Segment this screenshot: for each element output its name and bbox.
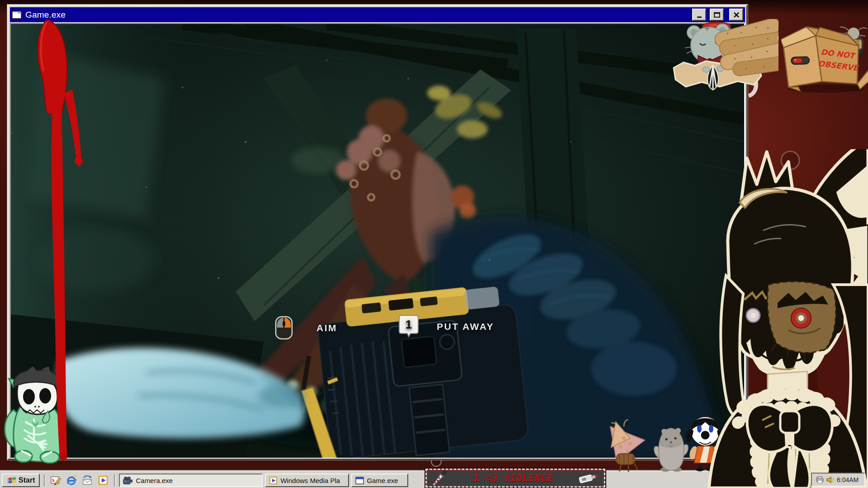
task-button-camera[interactable]: Camera.exe — [119, 474, 263, 487]
do-not-observe-box: DO NOT OBSERVE — [781, 18, 868, 93]
task-label: Windows Media Pla — [280, 477, 340, 484]
system-tray: 6:04AM — [811, 473, 865, 487]
game-window: Game.exe — [7, 5, 748, 460]
window-icon — [12, 10, 22, 19]
aim-prompt: AIM — [275, 316, 337, 340]
box-cutter-icon — [579, 472, 599, 484]
maximize-icon — [712, 10, 722, 19]
media-player-icon — [269, 476, 278, 485]
taskbar-separator — [44, 474, 45, 486]
key-1-icon: 1 — [398, 314, 420, 339]
tray-clock[interactable]: 6:04AM — [837, 476, 859, 483]
quick-launch-internet-explorer[interactable] — [65, 474, 78, 487]
task-label: Camera.exe — [136, 477, 173, 484]
start-label: Start — [19, 476, 35, 484]
maximize-button[interactable] — [710, 9, 724, 21]
close-button[interactable] — [729, 9, 743, 21]
printer-icon[interactable] — [815, 476, 824, 483]
box-text-line1: DO NOT — [821, 47, 857, 61]
volume-icon[interactable] — [826, 476, 835, 483]
aim-label: AIM — [316, 323, 337, 333]
task-button-game[interactable]: Game.exe — [351, 474, 408, 487]
mouse-right-click-icon — [275, 316, 293, 340]
putaway-prompt: 1 PUT AWAY — [398, 314, 494, 339]
quick-launch-media-player[interactable] — [96, 474, 110, 487]
media-player-icon — [98, 475, 108, 486]
banner-label: I <3 VIOLENCE — [451, 473, 575, 483]
windows-flag-icon — [7, 477, 16, 484]
minimize-icon — [695, 10, 704, 19]
task-button-media-player[interactable]: Windows Media Pla — [265, 474, 349, 487]
game-viewport[interactable]: AIM 1 PUT AWAY — [10, 23, 745, 459]
game-scene — [11, 24, 744, 458]
bloody-knife-icon — [431, 470, 448, 486]
outlook-express-icon — [82, 475, 93, 486]
camera-icon — [123, 477, 133, 484]
minimize-button[interactable] — [692, 9, 706, 21]
putaway-key-label: 1 — [406, 318, 412, 331]
start-button[interactable]: Start — [2, 474, 40, 487]
box-text-line2: OBSERVE — [818, 59, 860, 73]
cup-handle — [746, 70, 760, 99]
internet-explorer-icon — [66, 475, 77, 486]
desktop: Game.exe — [0, 0, 868, 488]
quick-launch-outlook-express[interactable] — [80, 474, 94, 487]
violence-banner: I <3 VIOLENCE — [425, 469, 605, 488]
window-icon — [355, 477, 364, 484]
close-icon — [732, 10, 741, 19]
window-titlebar[interactable]: Game.exe — [10, 7, 745, 22]
taskbar-separator — [114, 474, 115, 486]
task-label: Game.exe — [367, 477, 398, 484]
desktop-pencil-icon — [50, 475, 61, 486]
putaway-label: PUT AWAY — [437, 321, 494, 332]
window-title: Game.exe — [25, 10, 689, 20]
quick-launch-desktop[interactable] — [49, 474, 62, 487]
